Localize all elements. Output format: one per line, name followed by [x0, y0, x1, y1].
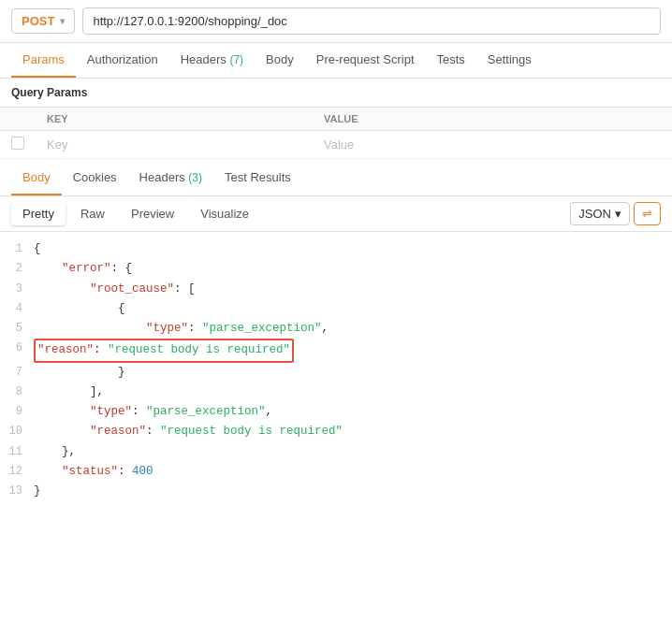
tab-authorization[interactable]: Authorization — [76, 43, 169, 78]
tab-cookies[interactable]: Cookies — [62, 161, 128, 195]
line-content: "reason": "request body is required" — [34, 422, 672, 441]
code-line-11: 11 }, — [0, 442, 672, 462]
response-body: 1 { 2 "error": { 3 "root_cause": [ 4 { 5… — [0, 232, 672, 509]
wrap-button[interactable]: ⇌ — [634, 202, 661, 225]
line-number: 2 — [0, 259, 34, 278]
pretty-btn[interactable]: Pretty — [11, 202, 66, 225]
code-line-6: 6 "reason": "request body is required" — [0, 339, 672, 362]
line-number: 1 — [0, 239, 34, 258]
response-headers-badge: (3) — [188, 171, 202, 184]
row-checkbox[interactable] — [0, 131, 36, 159]
request-tabs: Params Authorization Headers (7) Body Pr… — [0, 43, 672, 79]
tab-tests[interactable]: Tests — [426, 43, 476, 78]
line-number: 3 — [0, 280, 34, 298]
code-line-8: 8 ], — [0, 383, 672, 402]
method-chevron: ▾ — [60, 16, 65, 26]
tab-headers[interactable]: Headers (7) — [169, 43, 255, 78]
preview-btn[interactable]: Preview — [120, 202, 185, 225]
line-number: 8 — [0, 383, 34, 401]
code-line-1: 1 { — [0, 239, 672, 259]
line-number: 7 — [0, 363, 34, 382]
checkbox-col-header — [0, 108, 36, 131]
code-line-2: 2 "error": { — [0, 259, 672, 279]
line-content: "type": "parse_exception", — [34, 319, 672, 339]
line-number: 13 — [0, 482, 34, 500]
code-line-5: 5 "type": "parse_exception", — [0, 319, 672, 339]
method-label: POST — [22, 14, 54, 28]
line-number: 10 — [0, 422, 34, 440]
key-column-header: KEY — [36, 108, 313, 131]
code-line-9: 9 "type": "parse_exception", — [0, 402, 672, 422]
code-line-12: 12 "status": 400 — [0, 462, 672, 482]
line-number: 12 — [0, 462, 34, 481]
wrap-icon: ⇌ — [642, 207, 652, 221]
line-number: 6 — [0, 339, 34, 357]
code-line-13: 13 } — [0, 482, 672, 501]
format-label: JSON — [578, 207, 611, 221]
line-number: 4 — [0, 299, 34, 318]
params-table: KEY VALUE Key Value — [0, 108, 672, 159]
code-line-4: 4 { — [0, 299, 672, 319]
key-cell[interactable]: Key — [36, 131, 313, 159]
headers-badge: (7) — [229, 53, 243, 66]
line-content: }, — [34, 442, 672, 462]
line-content: "reason": "request body is required" — [34, 339, 672, 362]
line-content: "type": "parse_exception", — [34, 402, 672, 422]
line-number: 5 — [0, 319, 34, 338]
line-content: ], — [34, 383, 672, 402]
tab-body-response[interactable]: Body — [11, 161, 62, 195]
line-content: "error": { — [34, 259, 672, 279]
line-number: 9 — [0, 402, 34, 421]
request-bar: POST ▾ — [0, 0, 672, 43]
line-content: } — [34, 482, 672, 501]
tab-body[interactable]: Body — [255, 43, 305, 78]
line-content: { — [34, 299, 672, 319]
line-content: "status": 400 — [34, 462, 672, 482]
tab-headers-response[interactable]: Headers (3) — [128, 161, 213, 195]
tab-params[interactable]: Params — [11, 43, 76, 78]
method-dropdown[interactable]: POST ▾ — [11, 8, 75, 34]
viewer-toolbar: Pretty Raw Preview Visualize JSON ▾ ⇌ — [0, 196, 672, 232]
visualize-btn[interactable]: Visualize — [189, 202, 260, 225]
format-chevron: ▾ — [615, 207, 621, 221]
raw-btn[interactable]: Raw — [69, 202, 116, 225]
code-line-3: 3 "root_cause": [ — [0, 280, 672, 299]
line-number: 11 — [0, 442, 34, 461]
value-column-header: VALUE — [313, 108, 672, 131]
query-params-title: Query Params — [0, 79, 672, 108]
tab-settings[interactable]: Settings — [476, 43, 543, 78]
format-dropdown[interactable]: JSON ▾ — [570, 202, 630, 225]
table-row: Key Value — [0, 131, 672, 159]
code-line-10: 10 "reason": "request body is required" — [0, 422, 672, 441]
line-content: { — [34, 239, 672, 259]
value-cell[interactable]: Value — [313, 131, 672, 159]
code-line-7: 7 } — [0, 363, 672, 383]
tab-test-results[interactable]: Test Results — [213, 161, 302, 195]
line-content: } — [34, 363, 672, 383]
line-content: "root_cause": [ — [34, 280, 672, 299]
url-input[interactable] — [82, 7, 661, 35]
response-tabs: Body Cookies Headers (3) Test Results — [0, 161, 672, 196]
tab-pre-request[interactable]: Pre-request Script — [305, 43, 426, 78]
